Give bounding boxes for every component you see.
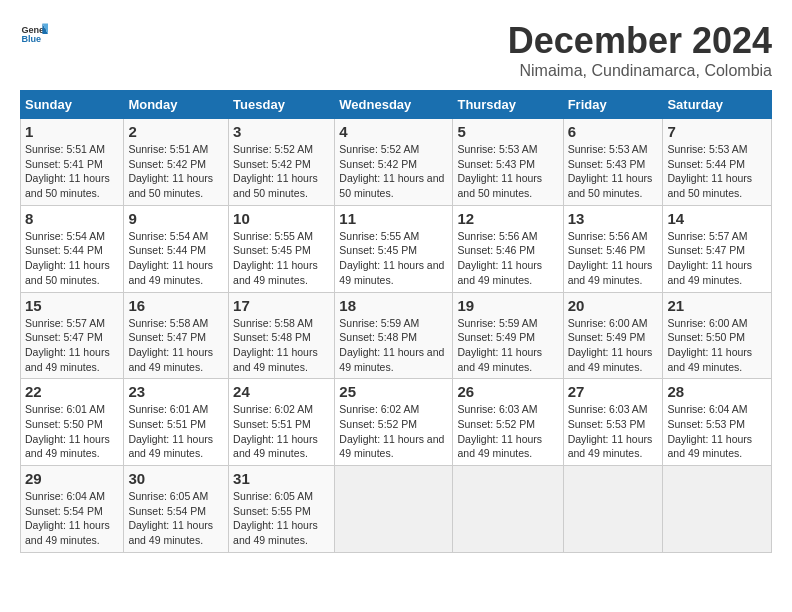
calendar-cell: 11 Sunrise: 5:55 AM Sunset: 5:45 PM Dayl… — [335, 205, 453, 292]
calendar-cell: 12 Sunrise: 5:56 AM Sunset: 5:46 PM Dayl… — [453, 205, 563, 292]
calendar-cell — [335, 466, 453, 553]
day-info: Sunrise: 6:02 AM Sunset: 5:52 PM Dayligh… — [339, 402, 448, 461]
calendar-cell: 15 Sunrise: 5:57 AM Sunset: 5:47 PM Dayl… — [21, 292, 124, 379]
day-info: Sunrise: 5:54 AM Sunset: 5:44 PM Dayligh… — [25, 229, 119, 288]
day-number: 11 — [339, 210, 448, 227]
day-number: 21 — [667, 297, 767, 314]
calendar-cell: 19 Sunrise: 5:59 AM Sunset: 5:49 PM Dayl… — [453, 292, 563, 379]
calendar-cell: 27 Sunrise: 6:03 AM Sunset: 5:53 PM Dayl… — [563, 379, 663, 466]
day-number: 25 — [339, 383, 448, 400]
calendar-cell: 22 Sunrise: 6:01 AM Sunset: 5:50 PM Dayl… — [21, 379, 124, 466]
calendar-week-row: 15 Sunrise: 5:57 AM Sunset: 5:47 PM Dayl… — [21, 292, 772, 379]
day-number: 5 — [457, 123, 558, 140]
day-info: Sunrise: 5:53 AM Sunset: 5:44 PM Dayligh… — [667, 142, 767, 201]
calendar-cell: 2 Sunrise: 5:51 AM Sunset: 5:42 PM Dayli… — [124, 119, 229, 206]
day-info: Sunrise: 6:02 AM Sunset: 5:51 PM Dayligh… — [233, 402, 330, 461]
day-info: Sunrise: 5:58 AM Sunset: 5:47 PM Dayligh… — [128, 316, 224, 375]
calendar-cell: 4 Sunrise: 5:52 AM Sunset: 5:42 PM Dayli… — [335, 119, 453, 206]
day-number: 17 — [233, 297, 330, 314]
day-number: 10 — [233, 210, 330, 227]
day-number: 14 — [667, 210, 767, 227]
calendar-header: SundayMondayTuesdayWednesdayThursdayFrid… — [21, 91, 772, 119]
day-number: 8 — [25, 210, 119, 227]
day-number: 15 — [25, 297, 119, 314]
day-number: 9 — [128, 210, 224, 227]
day-number: 19 — [457, 297, 558, 314]
calendar-cell: 9 Sunrise: 5:54 AM Sunset: 5:44 PM Dayli… — [124, 205, 229, 292]
header-row: SundayMondayTuesdayWednesdayThursdayFrid… — [21, 91, 772, 119]
day-info: Sunrise: 5:56 AM Sunset: 5:46 PM Dayligh… — [568, 229, 659, 288]
day-info: Sunrise: 5:57 AM Sunset: 5:47 PM Dayligh… — [667, 229, 767, 288]
day-number: 18 — [339, 297, 448, 314]
day-info: Sunrise: 5:51 AM Sunset: 5:41 PM Dayligh… — [25, 142, 119, 201]
day-number: 26 — [457, 383, 558, 400]
calendar-cell: 31 Sunrise: 6:05 AM Sunset: 5:55 PM Dayl… — [229, 466, 335, 553]
day-number: 4 — [339, 123, 448, 140]
day-info: Sunrise: 5:51 AM Sunset: 5:42 PM Dayligh… — [128, 142, 224, 201]
calendar-week-row: 8 Sunrise: 5:54 AM Sunset: 5:44 PM Dayli… — [21, 205, 772, 292]
day-number: 20 — [568, 297, 659, 314]
day-info: Sunrise: 6:04 AM Sunset: 5:54 PM Dayligh… — [25, 489, 119, 548]
page-subtitle: Nimaima, Cundinamarca, Colombia — [508, 62, 772, 80]
day-info: Sunrise: 6:03 AM Sunset: 5:52 PM Dayligh… — [457, 402, 558, 461]
day-number: 7 — [667, 123, 767, 140]
calendar-cell: 8 Sunrise: 5:54 AM Sunset: 5:44 PM Dayli… — [21, 205, 124, 292]
day-number: 27 — [568, 383, 659, 400]
day-info: Sunrise: 6:03 AM Sunset: 5:53 PM Dayligh… — [568, 402, 659, 461]
day-info: Sunrise: 5:58 AM Sunset: 5:48 PM Dayligh… — [233, 316, 330, 375]
day-info: Sunrise: 5:56 AM Sunset: 5:46 PM Dayligh… — [457, 229, 558, 288]
day-info: Sunrise: 5:53 AM Sunset: 5:43 PM Dayligh… — [457, 142, 558, 201]
calendar-cell: 23 Sunrise: 6:01 AM Sunset: 5:51 PM Dayl… — [124, 379, 229, 466]
calendar-table: SundayMondayTuesdayWednesdayThursdayFrid… — [20, 90, 772, 553]
day-info: Sunrise: 5:59 AM Sunset: 5:49 PM Dayligh… — [457, 316, 558, 375]
day-info: Sunrise: 6:01 AM Sunset: 5:51 PM Dayligh… — [128, 402, 224, 461]
page-title: December 2024 — [508, 20, 772, 62]
header-day: Tuesday — [229, 91, 335, 119]
calendar-body: 1 Sunrise: 5:51 AM Sunset: 5:41 PM Dayli… — [21, 119, 772, 553]
calendar-cell: 13 Sunrise: 5:56 AM Sunset: 5:46 PM Dayl… — [563, 205, 663, 292]
calendar-cell: 21 Sunrise: 6:00 AM Sunset: 5:50 PM Dayl… — [663, 292, 772, 379]
calendar-cell: 18 Sunrise: 5:59 AM Sunset: 5:48 PM Dayl… — [335, 292, 453, 379]
day-info: Sunrise: 6:00 AM Sunset: 5:49 PM Dayligh… — [568, 316, 659, 375]
day-number: 30 — [128, 470, 224, 487]
day-info: Sunrise: 6:05 AM Sunset: 5:54 PM Dayligh… — [128, 489, 224, 548]
calendar-cell: 3 Sunrise: 5:52 AM Sunset: 5:42 PM Dayli… — [229, 119, 335, 206]
day-info: Sunrise: 5:57 AM Sunset: 5:47 PM Dayligh… — [25, 316, 119, 375]
header-day: Sunday — [21, 91, 124, 119]
day-number: 16 — [128, 297, 224, 314]
calendar-cell: 16 Sunrise: 5:58 AM Sunset: 5:47 PM Dayl… — [124, 292, 229, 379]
day-number: 2 — [128, 123, 224, 140]
calendar-cell: 25 Sunrise: 6:02 AM Sunset: 5:52 PM Dayl… — [335, 379, 453, 466]
day-info: Sunrise: 5:55 AM Sunset: 5:45 PM Dayligh… — [339, 229, 448, 288]
logo: General Blue — [20, 20, 48, 48]
day-info: Sunrise: 6:00 AM Sunset: 5:50 PM Dayligh… — [667, 316, 767, 375]
logo-icon: General Blue — [20, 20, 48, 48]
calendar-cell: 30 Sunrise: 6:05 AM Sunset: 5:54 PM Dayl… — [124, 466, 229, 553]
calendar-week-row: 22 Sunrise: 6:01 AM Sunset: 5:50 PM Dayl… — [21, 379, 772, 466]
day-number: 28 — [667, 383, 767, 400]
calendar-week-row: 1 Sunrise: 5:51 AM Sunset: 5:41 PM Dayli… — [21, 119, 772, 206]
day-number: 12 — [457, 210, 558, 227]
calendar-cell: 17 Sunrise: 5:58 AM Sunset: 5:48 PM Dayl… — [229, 292, 335, 379]
day-number: 22 — [25, 383, 119, 400]
header-day: Monday — [124, 91, 229, 119]
calendar-cell: 14 Sunrise: 5:57 AM Sunset: 5:47 PM Dayl… — [663, 205, 772, 292]
day-number: 13 — [568, 210, 659, 227]
calendar-cell: 7 Sunrise: 5:53 AM Sunset: 5:44 PM Dayli… — [663, 119, 772, 206]
calendar-cell: 26 Sunrise: 6:03 AM Sunset: 5:52 PM Dayl… — [453, 379, 563, 466]
calendar-cell: 24 Sunrise: 6:02 AM Sunset: 5:51 PM Dayl… — [229, 379, 335, 466]
calendar-cell — [453, 466, 563, 553]
day-info: Sunrise: 6:01 AM Sunset: 5:50 PM Dayligh… — [25, 402, 119, 461]
calendar-cell: 6 Sunrise: 5:53 AM Sunset: 5:43 PM Dayli… — [563, 119, 663, 206]
day-number: 3 — [233, 123, 330, 140]
calendar-cell: 5 Sunrise: 5:53 AM Sunset: 5:43 PM Dayli… — [453, 119, 563, 206]
day-number: 29 — [25, 470, 119, 487]
calendar-cell: 29 Sunrise: 6:04 AM Sunset: 5:54 PM Dayl… — [21, 466, 124, 553]
calendar-cell: 10 Sunrise: 5:55 AM Sunset: 5:45 PM Dayl… — [229, 205, 335, 292]
day-number: 1 — [25, 123, 119, 140]
page-header: General Blue December 2024 Nimaima, Cund… — [20, 20, 772, 80]
calendar-cell: 1 Sunrise: 5:51 AM Sunset: 5:41 PM Dayli… — [21, 119, 124, 206]
day-info: Sunrise: 5:52 AM Sunset: 5:42 PM Dayligh… — [233, 142, 330, 201]
day-number: 6 — [568, 123, 659, 140]
calendar-week-row: 29 Sunrise: 6:04 AM Sunset: 5:54 PM Dayl… — [21, 466, 772, 553]
